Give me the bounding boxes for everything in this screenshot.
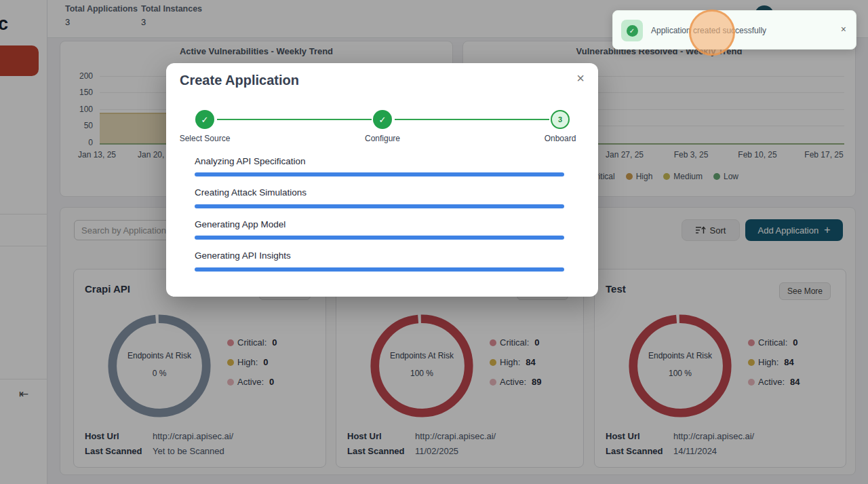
toast-close-icon[interactable]: × bbox=[841, 24, 846, 34]
toast-icon-box: ✓ bbox=[621, 20, 643, 41]
step-connector bbox=[395, 119, 549, 120]
app-root: c ⇤ Total Applications 3 Total Instances… bbox=[0, 0, 868, 484]
modal-title: Create Application bbox=[180, 73, 299, 88]
check-icon: ✓ bbox=[201, 115, 209, 125]
check-icon: ✓ bbox=[379, 115, 387, 125]
step-label-configure: Configure bbox=[342, 134, 423, 143]
task-progress-bar bbox=[195, 267, 564, 272]
task-progress-bar bbox=[195, 236, 564, 240]
modal-close-icon[interactable]: × bbox=[576, 71, 585, 85]
task-progress-bar bbox=[195, 172, 564, 176]
task-label: Generating API Insights bbox=[195, 250, 291, 261]
step-label-select-source: Select Source bbox=[164, 134, 245, 143]
click-highlight-annotation bbox=[689, 10, 735, 56]
step-label-onboard: Onboard bbox=[519, 134, 601, 143]
step-onboard-indicator: 3 bbox=[551, 110, 570, 129]
task-label: Generating App Model bbox=[195, 219, 285, 229]
step-number: 3 bbox=[558, 115, 562, 124]
step-configure-indicator: ✓ bbox=[373, 110, 392, 129]
step-connector bbox=[217, 119, 372, 120]
task-progress-bar bbox=[195, 204, 564, 208]
create-application-modal: Create Application × ✓ ✓ 3 Select Source… bbox=[166, 63, 598, 297]
step-select-source-indicator: ✓ bbox=[195, 110, 214, 129]
task-label: Creating Attack Simulations bbox=[195, 187, 307, 198]
success-check-icon: ✓ bbox=[627, 25, 638, 37]
task-label: Analyzing API Specification bbox=[195, 156, 306, 166]
